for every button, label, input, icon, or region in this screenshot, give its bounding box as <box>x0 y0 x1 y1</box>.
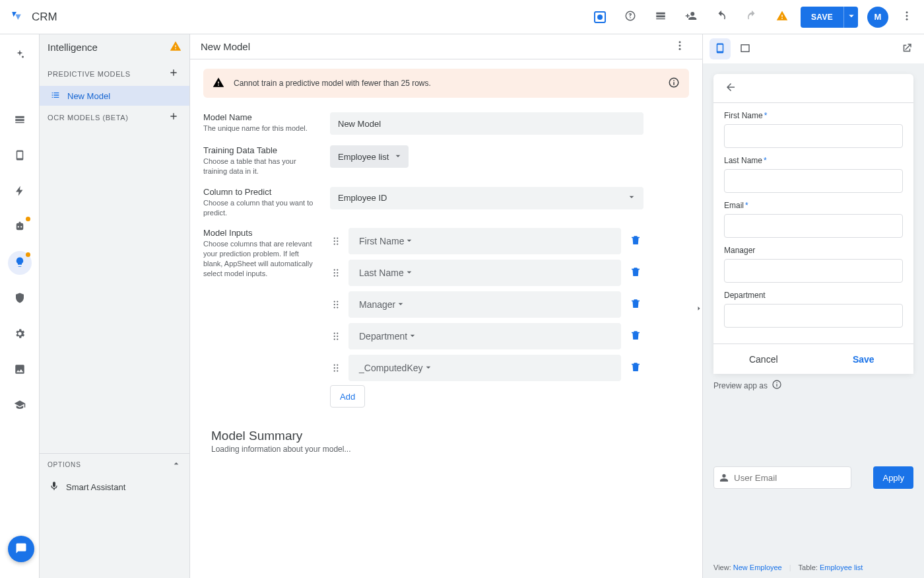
preview-apply-button[interactable]: Apply <box>873 466 913 489</box>
model-input-select[interactable]: Department <box>348 323 621 349</box>
redo-button[interactable] <box>740 5 764 29</box>
share-button[interactable] <box>679 5 703 29</box>
info-icon[interactable] <box>772 379 782 392</box>
redo-icon <box>746 10 758 24</box>
svg-point-15 <box>334 272 335 273</box>
trash-icon <box>630 330 642 343</box>
delete-model-input-button[interactable] <box>628 266 644 281</box>
presentation-icon <box>594 11 606 23</box>
presentation-mode-button[interactable] <box>588 5 612 29</box>
delete-model-input-button[interactable] <box>628 361 644 376</box>
phone-icon <box>14 149 26 163</box>
delete-model-input-button[interactable] <box>628 297 644 312</box>
lightbulb-icon <box>14 256 26 270</box>
model-input-value: Department <box>359 331 407 342</box>
model-input-row: Manager <box>330 291 644 318</box>
trash-icon <box>630 361 642 375</box>
help-button[interactable] <box>618 5 642 29</box>
field-hint-predict-column: Choose a column that you want to predict… <box>203 198 317 218</box>
preview-field-input[interactable] <box>724 124 903 148</box>
delete-model-input-button[interactable] <box>628 234 644 249</box>
model-input-row: _ComputedKey <box>330 355 644 381</box>
preview-field-input[interactable] <box>724 169 903 193</box>
preview-field-input[interactable] <box>724 214 903 238</box>
trash-icon <box>630 235 642 248</box>
field-label-training-table: Training Data Table <box>203 145 317 155</box>
add-model-input-button[interactable]: Add <box>330 385 365 408</box>
delete-model-input-button[interactable] <box>628 329 644 344</box>
svg-point-24 <box>337 307 338 308</box>
warnings-button[interactable] <box>770 5 794 29</box>
save-dropdown-button[interactable] <box>843 7 858 28</box>
rail-ux-button[interactable] <box>8 144 32 168</box>
info-icon[interactable] <box>668 77 680 90</box>
svg-point-36 <box>337 371 338 372</box>
svg-point-14 <box>337 270 338 271</box>
alert-banner: Cannot train a predictive model with few… <box>203 69 689 98</box>
model-input-select[interactable]: Last Name <box>348 260 621 286</box>
model-input-row: Department <box>330 323 644 349</box>
notification-dot-icon <box>26 217 30 221</box>
add-predictive-model-button[interactable] <box>168 67 182 81</box>
preview-meta-table-link[interactable]: Employee list <box>820 563 863 571</box>
table-view-button[interactable] <box>649 5 673 29</box>
preview-field-input[interactable] <box>724 259 903 283</box>
sidepanel-item-new-model[interactable]: New Model <box>40 86 189 106</box>
sidepanel-smart-assistant[interactable]: Smart Assistant <box>40 475 189 499</box>
training-table-select[interactable]: Employee list <box>330 145 409 168</box>
rail-automation-button[interactable] <box>8 215 32 239</box>
field-hint-model-inputs: Choose columns that are relevant your pr… <box>203 239 317 278</box>
chevron-up-icon[interactable] <box>171 458 182 470</box>
chat-fab-button[interactable] <box>8 536 34 562</box>
drag-handle-icon[interactable] <box>330 299 342 310</box>
svg-point-12 <box>337 244 338 245</box>
preview-field-input[interactable] <box>724 304 903 328</box>
preview-phone: First Name*Last Name*Email*ManagerDepart… <box>713 74 913 374</box>
preview-back-button[interactable] <box>721 79 740 98</box>
svg-point-8 <box>337 238 338 239</box>
rail-behavior-button[interactable] <box>8 180 32 203</box>
more-button[interactable] <box>895 5 919 29</box>
main-more-button[interactable] <box>668 35 692 59</box>
account-avatar[interactable]: M <box>867 7 888 28</box>
svg-point-31 <box>334 365 335 366</box>
rail-home-button[interactable] <box>8 44 32 67</box>
rail-manage-button[interactable] <box>8 358 32 382</box>
preview-user-email-input[interactable] <box>713 466 851 489</box>
preview-save-button[interactable]: Save <box>814 344 914 374</box>
preview-meta-view-link[interactable]: New Employee <box>733 563 782 571</box>
mic-icon <box>49 481 59 493</box>
rail-intelligence-button[interactable] <box>8 251 32 275</box>
predict-column-select[interactable]: Employee ID <box>330 187 644 209</box>
save-button[interactable]: SAVE <box>801 7 843 28</box>
caret-down-icon <box>845 10 857 24</box>
rail-data-button[interactable] <box>8 108 32 132</box>
preview-field-label: Manager <box>724 246 903 255</box>
model-input-select[interactable]: First Name <box>348 228 621 254</box>
app-name: CRM <box>32 11 57 24</box>
drag-handle-icon[interactable] <box>330 235 342 247</box>
model-input-select[interactable]: _ComputedKey <box>348 355 621 381</box>
rail-learn-button[interactable] <box>8 394 32 417</box>
preview-cancel-button[interactable]: Cancel <box>713 344 814 374</box>
add-ocr-model-button[interactable] <box>168 111 182 124</box>
warning-icon[interactable] <box>170 40 182 54</box>
device-mobile-button[interactable] <box>710 38 731 59</box>
svg-point-20 <box>337 301 338 303</box>
drag-handle-icon[interactable] <box>330 362 342 374</box>
shield-icon <box>14 292 26 306</box>
model-name-input[interactable] <box>330 112 644 135</box>
model-summary-title: Model Summary <box>211 429 689 443</box>
open-preview-button[interactable] <box>896 38 917 59</box>
drag-handle-icon[interactable] <box>330 267 342 279</box>
rail-settings-button[interactable] <box>8 322 32 346</box>
model-input-select[interactable]: Manager <box>348 291 621 318</box>
expand-preview-button[interactable] <box>695 299 703 318</box>
rail-security-button[interactable] <box>8 287 32 310</box>
device-tablet-button[interactable] <box>735 38 756 59</box>
svg-point-10 <box>337 240 338 242</box>
drag-handle-icon[interactable] <box>330 330 342 342</box>
model-input-row: Last Name <box>330 260 644 286</box>
undo-button[interactable] <box>710 5 733 29</box>
more-vert-icon <box>901 10 913 24</box>
